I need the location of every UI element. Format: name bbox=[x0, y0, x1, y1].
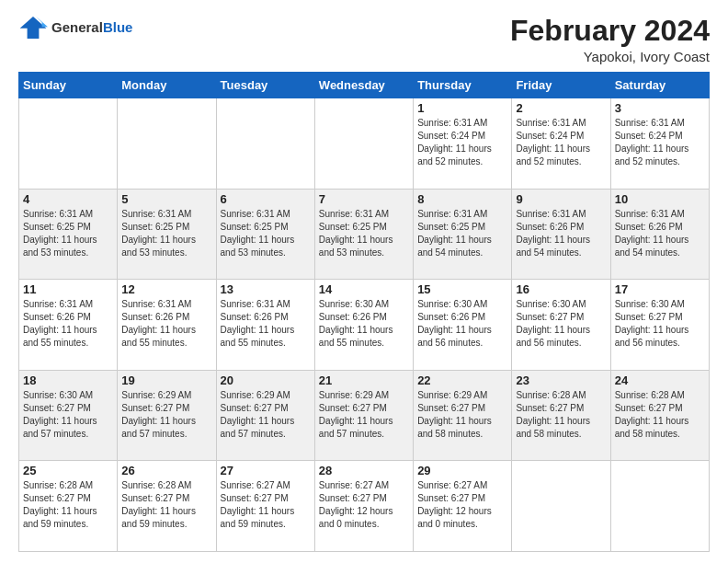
calendar-day-cell: 16Sunrise: 6:30 AM Sunset: 6:27 PM Dayli… bbox=[512, 280, 610, 371]
calendar-day-cell: 7Sunrise: 6:31 AM Sunset: 6:25 PM Daylig… bbox=[314, 189, 413, 280]
day-number: 3 bbox=[615, 101, 705, 115]
day-number: 12 bbox=[121, 282, 211, 296]
weekday-header: Saturday bbox=[610, 73, 709, 98]
calendar-week-row: 25Sunrise: 6:28 AM Sunset: 6:27 PM Dayli… bbox=[19, 461, 710, 552]
calendar-day-cell bbox=[118, 98, 216, 190]
calendar-day-cell: 28Sunrise: 6:27 AM Sunset: 6:27 PM Dayli… bbox=[314, 461, 413, 552]
day-info: Sunrise: 6:31 AM Sunset: 6:24 PM Dayligh… bbox=[516, 117, 606, 168]
day-number: 17 bbox=[615, 282, 705, 296]
day-number: 4 bbox=[23, 192, 113, 206]
svg-marker-0 bbox=[20, 17, 47, 39]
day-number: 21 bbox=[319, 373, 409, 387]
calendar-week-row: 11Sunrise: 6:31 AM Sunset: 6:26 PM Dayli… bbox=[19, 280, 710, 371]
day-number: 27 bbox=[221, 464, 311, 477]
day-number: 14 bbox=[319, 282, 409, 296]
day-number: 11 bbox=[23, 282, 113, 296]
day-number: 7 bbox=[319, 192, 409, 206]
calendar-day-cell: 25Sunrise: 6:28 AM Sunset: 6:27 PM Dayli… bbox=[19, 461, 118, 552]
day-info: Sunrise: 6:27 AM Sunset: 6:27 PM Dayligh… bbox=[221, 479, 311, 531]
calendar-day-cell bbox=[610, 461, 709, 552]
weekday-header: Monday bbox=[118, 73, 216, 98]
calendar-day-cell: 19Sunrise: 6:29 AM Sunset: 6:27 PM Dayli… bbox=[118, 370, 216, 461]
day-info: Sunrise: 6:30 AM Sunset: 6:27 PM Dayligh… bbox=[23, 389, 113, 441]
day-number: 13 bbox=[221, 282, 311, 296]
day-number: 25 bbox=[23, 464, 113, 477]
calendar-day-cell: 22Sunrise: 6:29 AM Sunset: 6:27 PM Dayli… bbox=[414, 370, 512, 461]
day-number: 15 bbox=[417, 282, 507, 296]
calendar-day-cell: 27Sunrise: 6:27 AM Sunset: 6:27 PM Dayli… bbox=[216, 461, 314, 552]
calendar-day-cell: 1Sunrise: 6:31 AM Sunset: 6:24 PM Daylig… bbox=[414, 98, 512, 190]
calendar-day-cell: 13Sunrise: 6:31 AM Sunset: 6:26 PM Dayli… bbox=[216, 280, 314, 371]
day-number: 2 bbox=[516, 101, 606, 115]
calendar-table: SundayMondayTuesdayWednesdayThursdayFrid… bbox=[18, 72, 710, 552]
day-info: Sunrise: 6:31 AM Sunset: 6:26 PM Dayligh… bbox=[23, 298, 113, 350]
day-number: 26 bbox=[121, 464, 211, 477]
weekday-header: Tuesday bbox=[216, 73, 314, 98]
logo-general: General bbox=[51, 19, 103, 35]
day-number: 9 bbox=[516, 192, 606, 206]
day-info: Sunrise: 6:30 AM Sunset: 6:26 PM Dayligh… bbox=[417, 298, 507, 350]
logo-text: GeneralBlue bbox=[51, 20, 132, 36]
day-number: 22 bbox=[417, 373, 507, 387]
calendar-day-cell: 29Sunrise: 6:27 AM Sunset: 6:27 PM Dayli… bbox=[414, 461, 512, 552]
day-number: 28 bbox=[319, 464, 409, 477]
day-number: 23 bbox=[516, 373, 606, 387]
day-info: Sunrise: 6:30 AM Sunset: 6:26 PM Dayligh… bbox=[319, 298, 409, 350]
calendar-day-cell: 23Sunrise: 6:28 AM Sunset: 6:27 PM Dayli… bbox=[512, 370, 610, 461]
day-number: 10 bbox=[615, 192, 705, 206]
day-number: 20 bbox=[221, 373, 311, 387]
day-number: 19 bbox=[121, 373, 211, 387]
day-number: 29 bbox=[417, 464, 507, 477]
day-number: 1 bbox=[417, 101, 507, 115]
page: GeneralBlue February 2024 Yapokoi, Ivory… bbox=[0, 0, 728, 563]
calendar-day-cell: 8Sunrise: 6:31 AM Sunset: 6:25 PM Daylig… bbox=[414, 189, 512, 280]
calendar-day-cell: 20Sunrise: 6:29 AM Sunset: 6:27 PM Dayli… bbox=[216, 370, 314, 461]
calendar-day-cell: 15Sunrise: 6:30 AM Sunset: 6:26 PM Dayli… bbox=[414, 280, 512, 371]
logo-icon bbox=[18, 15, 48, 40]
day-number: 18 bbox=[23, 373, 113, 387]
calendar-day-cell: 12Sunrise: 6:31 AM Sunset: 6:26 PM Dayli… bbox=[118, 280, 216, 371]
day-number: 24 bbox=[615, 373, 705, 387]
calendar-week-row: 18Sunrise: 6:30 AM Sunset: 6:27 PM Dayli… bbox=[19, 370, 710, 461]
calendar-day-cell: 3Sunrise: 6:31 AM Sunset: 6:24 PM Daylig… bbox=[610, 98, 709, 190]
day-info: Sunrise: 6:31 AM Sunset: 6:25 PM Dayligh… bbox=[319, 208, 409, 259]
month-title: February 2024 bbox=[510, 15, 710, 47]
day-info: Sunrise: 6:31 AM Sunset: 6:25 PM Dayligh… bbox=[221, 208, 311, 259]
calendar-day-cell: 21Sunrise: 6:29 AM Sunset: 6:27 PM Dayli… bbox=[314, 370, 413, 461]
day-info: Sunrise: 6:31 AM Sunset: 6:26 PM Dayligh… bbox=[121, 298, 211, 350]
calendar-day-cell: 10Sunrise: 6:31 AM Sunset: 6:26 PM Dayli… bbox=[610, 189, 709, 280]
calendar-day-cell: 14Sunrise: 6:30 AM Sunset: 6:26 PM Dayli… bbox=[314, 280, 413, 371]
day-info: Sunrise: 6:31 AM Sunset: 6:26 PM Dayligh… bbox=[516, 208, 606, 259]
calendar-week-row: 1Sunrise: 6:31 AM Sunset: 6:24 PM Daylig… bbox=[19, 98, 710, 190]
calendar-day-cell: 24Sunrise: 6:28 AM Sunset: 6:27 PM Dayli… bbox=[610, 370, 709, 461]
weekday-header: Sunday bbox=[19, 73, 118, 98]
calendar-day-cell: 26Sunrise: 6:28 AM Sunset: 6:27 PM Dayli… bbox=[118, 461, 216, 552]
logo-blue: Blue bbox=[103, 19, 133, 35]
day-info: Sunrise: 6:31 AM Sunset: 6:25 PM Dayligh… bbox=[417, 208, 507, 259]
calendar-day-cell: 17Sunrise: 6:30 AM Sunset: 6:27 PM Dayli… bbox=[610, 280, 709, 371]
header: GeneralBlue February 2024 Yapokoi, Ivory… bbox=[18, 15, 710, 64]
day-info: Sunrise: 6:27 AM Sunset: 6:27 PM Dayligh… bbox=[417, 479, 507, 531]
logo: GeneralBlue bbox=[18, 15, 132, 40]
day-info: Sunrise: 6:31 AM Sunset: 6:25 PM Dayligh… bbox=[121, 208, 211, 259]
calendar-day-cell: 2Sunrise: 6:31 AM Sunset: 6:24 PM Daylig… bbox=[512, 98, 610, 190]
day-number: 6 bbox=[221, 192, 311, 206]
calendar-day-cell: 4Sunrise: 6:31 AM Sunset: 6:25 PM Daylig… bbox=[19, 189, 118, 280]
calendar-day-cell: 5Sunrise: 6:31 AM Sunset: 6:25 PM Daylig… bbox=[118, 189, 216, 280]
day-number: 8 bbox=[417, 192, 507, 206]
day-info: Sunrise: 6:31 AM Sunset: 6:25 PM Dayligh… bbox=[23, 208, 113, 259]
day-info: Sunrise: 6:31 AM Sunset: 6:24 PM Dayligh… bbox=[615, 117, 705, 168]
day-info: Sunrise: 6:30 AM Sunset: 6:27 PM Dayligh… bbox=[615, 298, 705, 350]
calendar-day-cell: 18Sunrise: 6:30 AM Sunset: 6:27 PM Dayli… bbox=[19, 370, 118, 461]
day-info: Sunrise: 6:29 AM Sunset: 6:27 PM Dayligh… bbox=[319, 389, 409, 441]
day-number: 16 bbox=[516, 282, 606, 296]
calendar-day-cell: 6Sunrise: 6:31 AM Sunset: 6:25 PM Daylig… bbox=[216, 189, 314, 280]
calendar-day-cell bbox=[512, 461, 610, 552]
calendar-day-cell bbox=[19, 98, 118, 190]
location-subtitle: Yapokoi, Ivory Coast bbox=[510, 49, 710, 64]
day-info: Sunrise: 6:29 AM Sunset: 6:27 PM Dayligh… bbox=[121, 389, 211, 441]
calendar-header-row: SundayMondayTuesdayWednesdayThursdayFrid… bbox=[19, 73, 710, 98]
day-info: Sunrise: 6:30 AM Sunset: 6:27 PM Dayligh… bbox=[516, 298, 606, 350]
day-info: Sunrise: 6:29 AM Sunset: 6:27 PM Dayligh… bbox=[221, 389, 311, 441]
weekday-header: Wednesday bbox=[314, 73, 413, 98]
